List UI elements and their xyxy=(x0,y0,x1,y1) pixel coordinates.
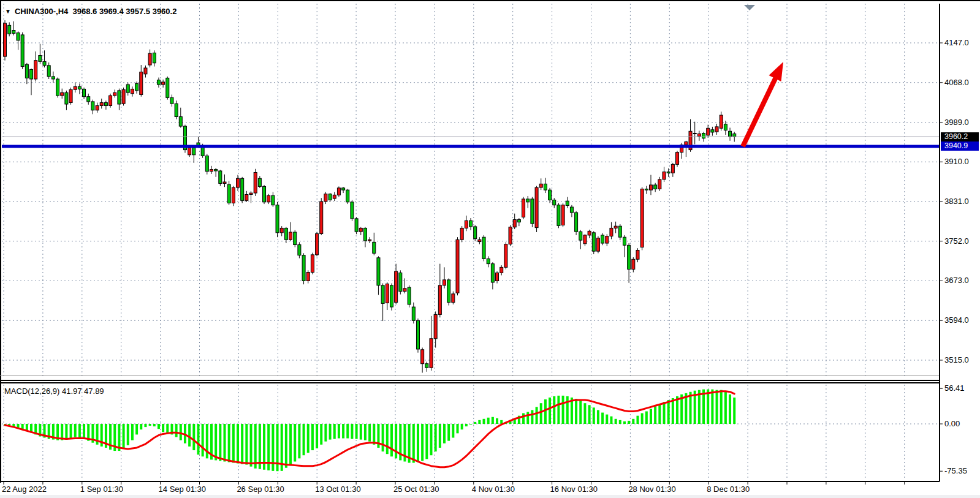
price-axis-label: 4147.0 xyxy=(944,38,969,47)
trend-arrow-annotation[interactable] xyxy=(743,62,783,146)
time-axis-label: 4 Nov 01:30 xyxy=(472,485,515,494)
price-axis-label: 3831.0 xyxy=(944,197,969,206)
macd-axis-label: -75.35 xyxy=(944,466,967,475)
macd-axis-label: 56.41 xyxy=(944,383,965,393)
time-axis-label: 26 Sep 01:30 xyxy=(237,485,284,494)
price-axis-label: 3594.0 xyxy=(944,315,969,325)
time-axis-label: 8 Dec 01:30 xyxy=(707,485,750,494)
symbol-dropdown-icon[interactable]: ▼ xyxy=(5,8,11,15)
indicator-label: MACD(12,26,9) 41.97 47.89 xyxy=(4,387,104,396)
time-axis-label: 13 Oct 01:30 xyxy=(315,485,360,494)
chart-title-bar: ▼ CHINA300-,H4 3968.6 3969.4 3957.5 3960… xyxy=(5,6,177,17)
macd-axis-label: 0.00 xyxy=(944,419,960,428)
chart-title: CHINA300-,H4 3968.6 3969.4 3957.5 3960.2 xyxy=(15,7,177,16)
price-chart-canvas[interactable] xyxy=(0,1,980,498)
time-axis-label: 16 Nov 01:30 xyxy=(550,485,598,494)
price-axis-label: 3910.0 xyxy=(944,157,969,166)
time-axis-label: 22 Aug 2022 xyxy=(2,485,47,494)
time-axis-label: 14 Sep 01:30 xyxy=(159,485,206,494)
price-axis-label: 4068.0 xyxy=(944,78,969,87)
time-axis-label: 25 Oct 01:30 xyxy=(393,485,439,494)
bid-price-badge: 3960.2 xyxy=(941,132,979,141)
price-axis-label: 3752.0 xyxy=(944,236,969,246)
price-axis-label: 3673.0 xyxy=(944,276,969,285)
status-strip xyxy=(0,495,980,498)
time-axis-label: 28 Nov 01:30 xyxy=(628,485,675,494)
price-axis-label: 3515.0 xyxy=(944,355,969,364)
price-axis-label: 3989.0 xyxy=(944,118,969,127)
chart-window: ▼ CHINA300-,H4 3968.6 3969.4 3957.5 3960… xyxy=(0,0,980,498)
hline-price-badge: 3940.9 xyxy=(941,141,979,151)
time-axis-label: 1 Sep 01:30 xyxy=(80,485,123,494)
chart-shift-marker-icon[interactable] xyxy=(744,5,755,10)
